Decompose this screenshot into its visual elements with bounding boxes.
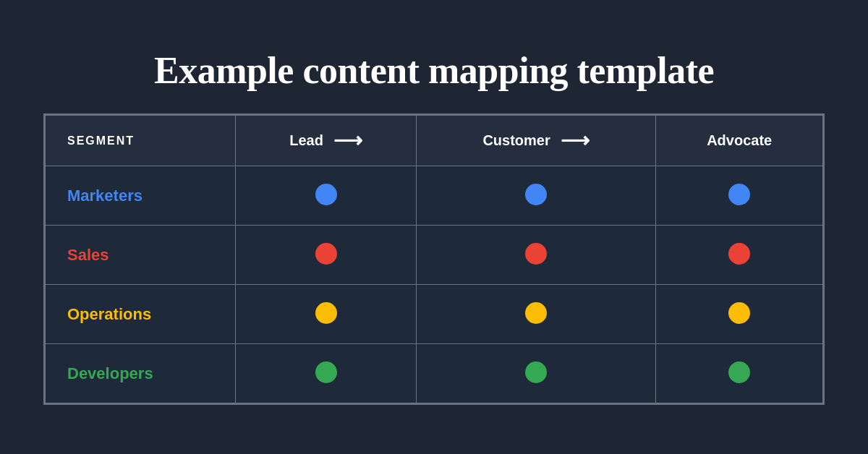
dot-icon-developers (728, 361, 750, 383)
arrow-lead-to-customer-icon: ⟶ (333, 129, 362, 153)
dot-icon-developers (525, 361, 547, 383)
dot-cell-marketers-customer (416, 166, 656, 226)
dot-cell-operations-advocate (656, 285, 823, 344)
segment-column-header: SEGMENT (46, 116, 236, 166)
advocate-column-header: Advocate (656, 116, 823, 166)
dot-cell-operations-customer (416, 285, 656, 344)
segment-label-marketers: Marketers (46, 166, 236, 226)
content-mapping-table: SEGMENT Lead ⟶ Customer ⟶ Advoc (43, 113, 825, 405)
dot-cell-sales-customer (416, 226, 656, 285)
dot-icon-developers (315, 361, 337, 383)
table-row: Sales (46, 226, 823, 285)
dot-icon-sales (315, 243, 337, 265)
dot-cell-marketers-advocate (656, 166, 823, 226)
dot-cell-developers-advocate (656, 344, 823, 403)
lead-column-header: Lead ⟶ (236, 116, 416, 166)
segment-label-operations: Operations (46, 285, 236, 344)
dot-icon-marketers (525, 184, 547, 205)
table-row: Operations (46, 285, 823, 344)
dot-icon-operations (728, 302, 750, 324)
dot-cell-developers-customer (416, 344, 656, 403)
dot-icon-operations (315, 302, 337, 324)
customer-column-header: Customer ⟶ (416, 116, 656, 166)
dot-cell-developers-lead (236, 344, 416, 403)
arrow-customer-to-advocate-icon: ⟶ (561, 129, 590, 153)
page-title: Example content mapping template (154, 49, 714, 92)
dot-cell-operations-lead (236, 285, 416, 344)
dot-cell-sales-advocate (656, 226, 823, 285)
dot-icon-marketers (728, 184, 750, 205)
table-row: Marketers (46, 166, 823, 226)
dot-icon-marketers (315, 184, 337, 205)
table-row: Developers (46, 344, 823, 403)
segment-label-developers: Developers (46, 344, 236, 403)
dot-icon-sales (728, 243, 750, 265)
dot-cell-marketers-lead (236, 166, 416, 226)
dot-icon-sales (525, 243, 547, 265)
table-header-row: SEGMENT Lead ⟶ Customer ⟶ Advoc (46, 116, 823, 166)
segment-label-sales: Sales (46, 226, 236, 285)
dot-cell-sales-lead (236, 226, 416, 285)
dot-icon-operations (525, 302, 547, 324)
